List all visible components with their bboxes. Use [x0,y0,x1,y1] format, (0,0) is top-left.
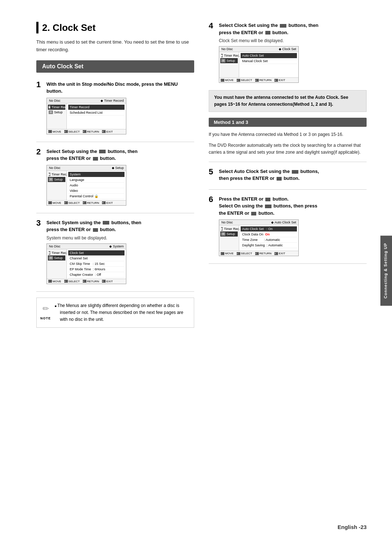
method-banner: Method 1 and 3 [209,118,367,127]
exit-icon-1: ✕ [102,130,106,133]
step-4-number: 4 [209,22,216,30]
footer-exit-6: ✕EXIT [274,252,285,255]
menu-chapter: Chapter Creator : Off [68,272,124,278]
screen-header-3: No Disc ◆ System [47,244,126,249]
step-2-header: 2 Select Setup using the buttons, then p… [36,148,194,162]
menu-cm-skip: CM Skip Time : 15 Sec [68,261,124,267]
screen-main-6: Auto Clock Set : On Clock Data On On Tim… [239,225,298,251]
screen-body-1: ▶ Timer Rec. ⚙ Setup Timer Record Schedu… [47,104,126,129]
note-text: The Menus are slightly different dependi… [60,302,189,323]
menu-ep-mode: EP Mode Time : 6Hours [68,267,124,272]
screen-header-2: No Disc ◆ Setup [47,165,126,171]
left-column: 2. Clock Set This menu is used to set th… [36,22,194,519]
screen-footer-1: ↕MOVE ↩SELECT ↵RETURN ✕EXIT [47,129,126,134]
screen-sidebar-4: ▶ Timer Rec. ⚙ Setup [219,52,239,77]
menu-system: System [68,172,124,177]
screen-body-6: ▶ Timer Rec. ⚙ Setup Auto Clock Set : On… [219,225,298,251]
menu-daylight: Daylight Saving : Automatic [241,243,297,248]
note-pencil-icon: ✏ [42,302,49,315]
step-3-text: Select System using the buttons, then pr… [46,219,141,233]
footer-return-4: ↵RETURN [255,78,271,82]
main-content: 2. Clock Set This menu is used to set th… [36,22,367,519]
warning-text: You must have the antenna connected to s… [214,95,348,107]
menu-clock-set: Clock Set [68,250,124,256]
divider-2 [36,213,194,213]
screen-mock-6: No Disc ◆ Auto Clock Set ▶ Timer Rec. ⚙ … [219,219,299,256]
screen-sidebar-1: ▶ Timer Rec. ⚙ Setup [47,104,67,129]
screen-header-right-4: ◆ Clock Set [279,47,296,51]
method-text-2: The DVD Recorder automatically sets the … [209,142,367,156]
step-2-text: Select Setup using the buttons, then pre… [46,148,138,162]
step-3-sub: System menu will be displayed. [46,235,194,241]
arrow-buttons-icon-6 [265,205,271,208]
step-4-header: 4 Select Clock Set using the buttons, th… [209,22,367,36]
menu-language: Language [68,177,124,183]
screen-mock-2: No Disc ◆ Setup ▶ Timer Rec. ⚙ Setup [46,165,126,206]
screen-header-left-1: No Disc [49,99,61,102]
screen-header-left-3: No Disc [49,245,61,248]
screen-main-4: Auto Clock Set Manual Clock Set [239,52,298,77]
screen-mock-4: No Disc ◆ Clock Set ▶ Timer Rec. ⚙ Setup [219,46,299,83]
setup-icon-1: ⚙ [49,110,53,114]
method-text-1: If you have the Antenna connected via Me… [209,131,367,138]
footer-exit-3: ✕EXIT [102,280,113,283]
sidebar-setup-4: ⚙ Setup [220,58,238,63]
return-icon-6: ↵ [255,252,259,255]
enter-button-icon-5 [277,177,282,181]
step-5-text: Select Auto Clock Set using the buttons,… [219,168,319,182]
title-text: 2. Clock Set [42,22,95,33]
return-icon-2: ↵ [83,201,86,204]
arrow-buttons-icon-5 [292,170,298,174]
screen-header-right-1: ◆ Timer Record [101,99,124,102]
footer-select-4: ↩SELECT [237,78,252,82]
footer-move-4: ↕MOVE [221,78,234,82]
screen-main-1: Timer Record Scheduled Record List [67,104,126,129]
screen-header-left-2: No Disc [49,166,61,170]
move-icon-1: ↕ [48,130,52,133]
exit-icon-4: ✕ [274,79,278,82]
divider-6 [209,263,367,264]
select-icon-2: ↩ [64,201,68,204]
return-icon-4: ↵ [255,79,259,82]
screen-body-4: ▶ Timer Rec. ⚙ Setup Auto Clock Set Manu… [219,52,298,77]
sidebar-setup-2: ⚙ Setup [48,177,65,182]
move-icon-2: ↕ [48,201,52,204]
move-icon-3: ↕ [48,280,52,283]
timer-icon-3: ▶ [49,251,50,255]
divider-5 [209,189,367,190]
step-1-header: 1 With the unit in Stop mode/No Disc mod… [36,81,194,95]
screen-header-left-6: No Disc [221,221,233,224]
screen-footer-4: ↕MOVE ↩SELECT ↵RETURN ✕EXIT [219,77,298,82]
screen-body-2: ▶ Timer Rec. ⚙ Setup System Language Au [47,171,126,200]
exit-icon-2: ✕ [102,201,106,204]
screen-footer-2: ↕MOVE ↩SELECT ↵RETURN ✕EXIT [47,200,126,205]
menu-parental: Parental Control 🔒 [68,194,124,199]
screen-header-1: No Disc ◆ Timer Record [47,98,126,104]
note-label: NOTE [40,316,51,321]
footer-return-2: ↵RETURN [83,201,99,205]
screen-header-left-4: No Disc [221,47,233,51]
step-4: 4 Select Clock Set using the buttons, th… [209,22,367,83]
setup-icon-3: ⚙ [49,256,53,260]
page-footer: English -23 [338,524,367,530]
sidebar-timer-rec-6: ▶ Timer Rec. [220,226,238,231]
step-3-header: 3 Select System using the buttons, then … [36,219,194,233]
screen-mock-3: No Disc ◆ System ▶ Timer Rec. ⚙ Setup [46,243,126,284]
screen-body-3: ▶ Timer Rec. ⚙ Setup Clock Set Channel S… [47,249,126,279]
note-box: ✏ NOTE The Menus are slightly different … [36,298,194,328]
step-3: 3 Select System using the buttons, then … [36,219,194,284]
step-6-header: 6 Press the ENTER or button. Select On u… [209,195,367,217]
menu-item-timer-record: Timer Record [68,105,124,110]
screen-header-right-2: ◆ Setup [112,166,124,170]
divider-4 [209,162,367,162]
sidebar-timer-rec-1: ▶ Timer Rec. [48,105,65,110]
select-icon-3: ↩ [64,280,68,283]
return-icon-1: ↵ [83,130,86,133]
enter-button-icon-2 [93,157,98,161]
footer-move-2: ↕MOVE [48,201,61,205]
footer-select-1: ↩SELECT [64,130,80,133]
menu-clock-data: Clock Data On On [241,232,297,237]
setup-icon-2: ⚙ [49,178,53,181]
intro-text: This menu is used to set the current tim… [36,39,194,54]
footer-return-6: ↵RETURN [255,252,271,255]
